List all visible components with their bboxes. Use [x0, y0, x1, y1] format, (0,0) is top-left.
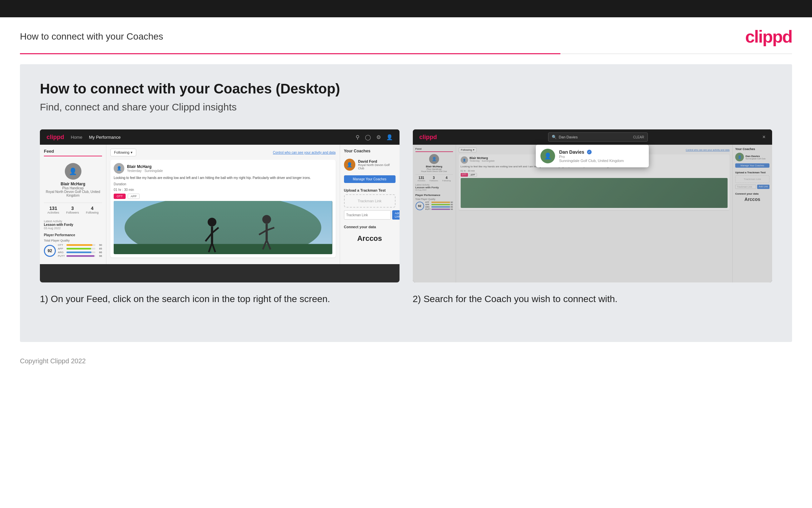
add-link-btn-1[interactable]: Add Link — [392, 210, 399, 220]
q-bar-arg: ARG 86 — [58, 251, 102, 254]
profile-section-1: 👤 Blair McHarg Plus Handicap Royal North… — [44, 160, 102, 201]
upload-section-1: Upload a Trackman Test Trackman Link Add… — [344, 188, 395, 220]
profile-icon[interactable]: ◯ — [365, 134, 371, 140]
search-bar-nav[interactable]: 🔍 Dan Davies CLEAR — [548, 132, 648, 142]
latest-activity-1: Latest Activity Lesson with Fordy 03 Aug… — [44, 220, 102, 230]
stats-row-1: 131 Activities 3 Followers 4 Following — [44, 203, 102, 217]
screenshot-1-item: clippd Home My Performance ⚲ ◯ ⚙ 👤 Feed — [40, 129, 399, 305]
stat-activities-label: Activities — [47, 211, 59, 214]
screenshot-1-frame: clippd Home My Performance ⚲ ◯ ⚙ 👤 Feed — [40, 129, 399, 283]
step-1-text: 1) On your Feed, click on the search ico… — [40, 283, 399, 305]
content-subheading: Find, connect and share your Clippd insi… — [40, 101, 772, 113]
post-card-1: 👤 Blair McHarg Yesterday · Sunningdale L… — [110, 160, 336, 257]
feed-label-1: Feed — [44, 149, 102, 156]
search-icon-nav: 🔍 — [552, 135, 557, 139]
app-nav-home[interactable]: Home — [71, 135, 83, 140]
post-user-info: Blair McHarg Yesterday · Sunningdale — [127, 164, 163, 173]
search-results-box: 👤 Dan Davies ✓ Pro Sunningdale Golf Club… — [536, 145, 649, 167]
avatar-1: 👤 — [65, 163, 82, 180]
quality-label-1: Total Player Quality — [44, 239, 102, 242]
coach-avatar-1: 👤 — [344, 159, 355, 171]
stat-activities-num: 131 — [47, 206, 59, 211]
user-icon[interactable]: 👤 — [386, 134, 393, 140]
q-bar-putt-val: 96 — [97, 254, 102, 257]
svg-rect-2 — [114, 244, 332, 254]
q-bar-app-label: APP — [58, 247, 65, 250]
settings-icon[interactable]: ⚙ — [376, 134, 381, 140]
q-bar-app-track — [66, 248, 95, 250]
bg-right: Your Coaches 👤 Dan DaviesSunningdale Gol… — [732, 145, 772, 283]
profile-club-1: Royal North Devon Golf Club, United King… — [44, 190, 102, 197]
search-result-item[interactable]: 👤 Dan Davies ✓ Pro Sunningdale Golf Club… — [536, 145, 649, 167]
stat-following-label: Following — [86, 211, 98, 214]
control-link[interactable]: Control who can see your activity and da… — [273, 151, 335, 154]
q-bar-putt-track — [66, 255, 95, 257]
profile-name-1: Blair McHarg — [44, 182, 102, 186]
page-title: How to connect with your Coaches — [20, 31, 163, 42]
following-dropdown[interactable]: Following ▾ — [110, 149, 136, 156]
q-bar-ott: OTT 90 — [58, 244, 102, 247]
trackman-placeholder-1: Trackman Link — [344, 194, 395, 208]
feed-tab-1: Feed 👤 Blair McHarg Plus Handicap Royal … — [40, 145, 399, 264]
step-2-text: 2) Search for the Coach you wish to conn… — [413, 283, 772, 305]
result-badge: ✓ — [587, 150, 592, 154]
result-club: Sunningdale Golf Club, United Kingdom — [559, 159, 624, 163]
post-btn-app[interactable]: APP — [128, 194, 140, 199]
trackman-input-row: Add Link — [344, 210, 395, 220]
center-panel-1: Following ▾ Control who can see your act… — [106, 145, 340, 264]
screenshot-2-frame: clippd 🔍 Dan Davies CLEAR × 👤 Dan D — [413, 129, 772, 283]
content-heading: How to connect with your Coaches (Deskto… — [40, 81, 772, 97]
left-panel-1: Feed 👤 Blair McHarg Plus Handicap Royal … — [40, 145, 106, 264]
latest-activity-title-1: Lesson with Fordy — [44, 223, 102, 226]
q-bar-ott-val: 90 — [97, 244, 102, 247]
step-1-label: 1) On your Feed, click on the search ico… — [40, 294, 330, 304]
coach-name-1: David Ford — [358, 159, 395, 163]
app-nav-performance[interactable]: My Performance — [89, 135, 121, 140]
q-bar-arg-val: 86 — [97, 251, 102, 254]
q-bar-ott-label: OTT — [58, 244, 65, 247]
stat-followers-1: 3 Followers — [66, 206, 79, 214]
your-coaches-title-1: Your Coaches — [344, 149, 395, 153]
search-icon[interactable]: ⚲ — [355, 134, 360, 140]
stat-activities-1: 131 Activities — [47, 206, 59, 214]
trackman-input-1[interactable] — [344, 210, 391, 220]
copyright-text: Copyright Clippd 2022 — [20, 357, 86, 365]
stat-followers-num: 3 — [66, 206, 79, 211]
svg-rect-10 — [266, 223, 268, 240]
app-nav-1: clippd Home My Performance ⚲ ◯ ⚙ 👤 — [40, 129, 399, 145]
screenshot-2-item: clippd 🔍 Dan Davies CLEAR × 👤 Dan D — [413, 129, 772, 305]
main-content: How to connect with your Coaches (Deskto… — [20, 64, 792, 342]
q-bar-app: APP 85 — [58, 247, 102, 250]
app-nav-logo-2: clippd — [420, 134, 437, 141]
q-bar-putt-label: PUTT — [58, 254, 65, 257]
quality-score-1: 92 — [44, 245, 56, 257]
clear-label[interactable]: CLEAR — [633, 135, 644, 139]
coach-info-1: David Ford Royal North Devon Golf Club — [358, 159, 395, 170]
following-row-1: Following ▾ Control who can see your act… — [110, 149, 336, 156]
coach-item-1: 👤 David Ford Royal North Devon Golf Club — [344, 157, 395, 173]
result-name-row: Dan Davies ✓ — [559, 150, 624, 155]
post-duration-val: 01 hr : 30 min — [114, 188, 332, 192]
latest-activity-label-1: Latest Activity — [44, 220, 102, 223]
post-duration: Duration — [114, 182, 332, 186]
step-2-label: 2) Search for the Coach you wish to conn… — [413, 294, 618, 304]
connect-section-1: Connect your data Arccos — [344, 225, 395, 246]
bg-left: Feed 👤 Blair McHarg Plus Handicap Royal … — [413, 145, 456, 283]
q-bar-arg-track — [66, 252, 95, 253]
q-bar-putt: PUTT 96 — [58, 254, 102, 257]
result-name: Dan Davies — [559, 150, 584, 155]
manage-coaches-btn-1[interactable]: Manage Your Coaches — [344, 175, 395, 183]
close-search-btn[interactable]: × — [762, 134, 765, 140]
result-info: Dan Davies ✓ Pro Sunningdale Golf Club, … — [559, 150, 624, 163]
app-nav-logo-1: clippd — [47, 134, 64, 141]
post-user-row: 👤 Blair McHarg Yesterday · Sunningdale — [114, 163, 332, 174]
q-bar-ott-track — [66, 244, 95, 246]
post-user-meta: Yesterday · Sunningdale — [127, 169, 163, 173]
upload-title-1: Upload a Trackman Test — [344, 188, 395, 192]
stat-following-num: 4 — [86, 206, 98, 211]
post-btn-off[interactable]: OTT — [114, 194, 126, 199]
quality-row-1: 92 OTT 90 APP — [44, 244, 102, 258]
q-bar-app-val: 85 — [97, 247, 102, 250]
screenshots-row: clippd Home My Performance ⚲ ◯ ⚙ 👤 Feed — [40, 129, 772, 305]
search-query-text: Dan Davies — [559, 135, 578, 139]
